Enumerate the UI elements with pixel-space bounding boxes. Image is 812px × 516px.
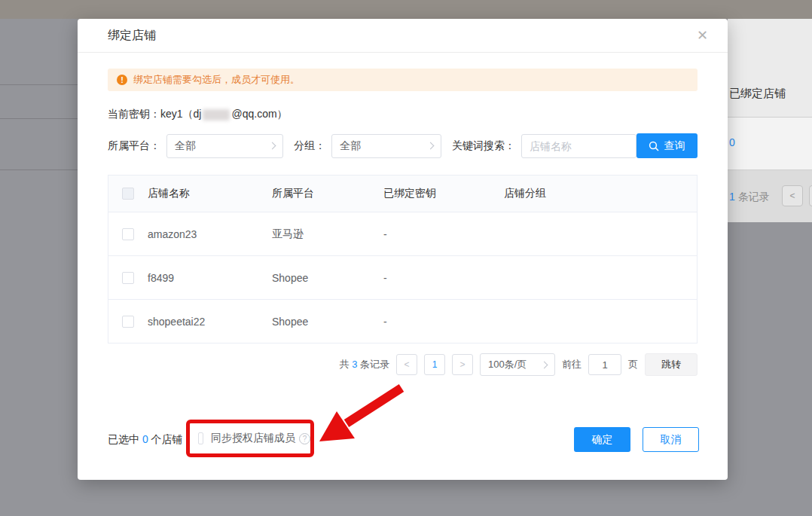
record-number: 1	[729, 191, 735, 203]
current-key-value-suffix: @qq.com）	[231, 108, 287, 121]
shop-name-cell: shopeetai22	[148, 316, 272, 328]
column-header-shop-group: 店铺分组	[504, 187, 697, 200]
prev-page-button[interactable]: <	[396, 354, 417, 375]
jump-button[interactable]: 跳转	[645, 353, 698, 376]
selected-count: 0	[142, 433, 148, 445]
background-table-line	[0, 169, 78, 170]
select-all-checkbox[interactable]	[122, 188, 134, 200]
row-checkbox[interactable]	[122, 316, 134, 328]
page-number-button[interactable]: 1	[424, 354, 445, 375]
annotation-highlight-box: 同步授权店铺成员 ?	[186, 420, 314, 457]
background-prev-page-button: <	[782, 185, 803, 206]
background-table-line	[0, 84, 78, 85]
background-page-button-partial	[809, 185, 812, 206]
dialog-header: 绑定店铺 ✕	[78, 19, 728, 53]
page-suffix-label: 页	[628, 358, 638, 371]
table-row[interactable]: amazon23 亚马逊 -	[108, 212, 697, 255]
bind-shop-dialog: 绑定店铺 ✕ ! 绑定店铺需要勾选后，成员才可使用。 当前密钥： key1（dj…	[78, 19, 728, 480]
pagination-bar: 共 3 条记录 < 1 > 100条/页 前往 页 跳转	[108, 353, 698, 376]
chevron-right-icon	[426, 142, 434, 150]
goto-label: 前往	[562, 358, 582, 371]
platform-cell: Shopee	[272, 272, 383, 284]
record-total: 共 3 条记录	[340, 358, 389, 371]
current-key-value-prefix: key1（dj	[160, 108, 201, 121]
cancel-button[interactable]: 取消	[643, 427, 699, 452]
table-row[interactable]: shopeetai22 Shopee -	[108, 299, 697, 343]
current-key-row: 当前密钥： key1（dj @qq.com）	[108, 108, 698, 121]
table-row[interactable]: f8499 Shopee -	[108, 255, 697, 299]
page-size-value: 100条/页	[488, 358, 527, 371]
search-button-label: 查询	[664, 139, 685, 153]
platform-select[interactable]: 全部	[166, 134, 283, 158]
group-select-value: 全部	[340, 139, 361, 153]
table-header-row: 店铺名称 所属平台 已绑定密钥 店铺分组	[108, 176, 697, 212]
warning-banner: ! 绑定店铺需要勾选后，成员才可使用。	[108, 69, 698, 91]
bound-key-cell: -	[383, 228, 504, 240]
keyword-search-input[interactable]	[521, 134, 636, 158]
column-header-platform: 所属平台	[272, 187, 383, 200]
selected-count-text: 已选中 0 个店铺	[108, 433, 183, 447]
bound-shops-count: 0	[729, 136, 735, 148]
goto-page-input[interactable]	[588, 354, 621, 375]
filter-bar: 所属平台： 全部 分组： 全部 关键词搜索： 查询	[108, 133, 698, 158]
platform-filter-label: 所属平台：	[108, 139, 160, 153]
row-checkbox[interactable]	[122, 228, 134, 240]
search-button[interactable]: 查询	[636, 133, 698, 158]
background-table-row	[728, 118, 812, 169]
search-icon	[649, 141, 659, 151]
row-checkbox[interactable]	[122, 272, 134, 284]
sync-members-label: 同步授权店铺成员	[211, 432, 295, 445]
redacted-email-segment	[203, 109, 230, 121]
group-select[interactable]: 全部	[331, 134, 441, 158]
warning-icon: !	[117, 75, 127, 85]
sync-members-checkbox[interactable]	[198, 432, 203, 444]
chevron-right-icon	[541, 361, 548, 368]
shops-table: 店铺名称 所属平台 已绑定密钥 店铺分组 amazon23 亚马逊 - f849…	[108, 175, 698, 343]
platform-cell: Shopee	[272, 316, 383, 328]
keyword-search-label: 关键词搜索：	[452, 139, 515, 153]
bound-key-cell: -	[383, 316, 504, 328]
current-key-label: 当前密钥：	[108, 108, 160, 121]
background-table-line	[0, 118, 78, 119]
record-suffix: 条记录	[735, 191, 770, 203]
platform-cell: 亚马逊	[272, 227, 383, 241]
page-size-select[interactable]: 100条/页	[480, 353, 555, 376]
confirm-button[interactable]: 确定	[574, 427, 630, 452]
bound-shops-column-header: 已绑定店铺	[729, 87, 786, 101]
shop-name-cell: amazon23	[148, 228, 272, 240]
dialog-title: 绑定店铺	[108, 28, 156, 44]
background-bound-shops-column: 已绑定店铺 0 1 条记录 <	[728, 19, 812, 222]
column-header-shop-name: 店铺名称	[148, 187, 272, 200]
selected-prefix: 已选中	[108, 433, 142, 445]
help-icon[interactable]: ?	[299, 433, 310, 444]
column-header-bound-key: 已绑定密钥	[383, 187, 504, 200]
platform-select-value: 全部	[175, 139, 196, 153]
next-page-button[interactable]: >	[452, 354, 473, 375]
selected-suffix: 个店铺	[148, 433, 183, 445]
background-record-count: 1 条记录	[729, 191, 770, 204]
chevron-right-icon	[269, 142, 276, 150]
group-filter-label: 分组：	[294, 139, 325, 153]
background-top-bar	[0, 0, 812, 19]
warning-text: 绑定店铺需要勾选后，成员才可使用。	[133, 73, 300, 87]
total-suffix: 条记录	[357, 359, 389, 370]
close-icon[interactable]: ✕	[697, 28, 708, 43]
bound-key-cell: -	[383, 272, 504, 284]
shop-name-cell: f8499	[148, 272, 272, 284]
total-prefix: 共	[340, 359, 353, 370]
